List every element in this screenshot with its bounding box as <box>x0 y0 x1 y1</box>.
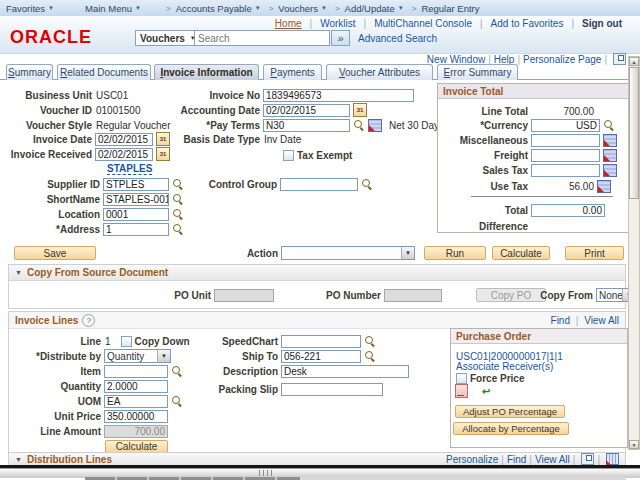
add-to-favorites-link[interactable]: Add to Favorites <box>491 18 564 29</box>
calculate-button[interactable]: Calculate <box>492 246 550 260</box>
sign-out-link[interactable]: Sign out <box>582 18 622 29</box>
separator: | <box>604 54 607 65</box>
address-field[interactable]: 1 <box>103 223 169 236</box>
ship-to-field[interactable]: 056-221 <box>281 350 361 363</box>
tab-voucher-attributes[interactable]: Voucher Attributes <box>326 64 433 80</box>
miscellaneous-detail-icon[interactable] <box>603 134 617 147</box>
speedchart-field[interactable] <box>281 335 361 348</box>
line-amount-field: 700.00 <box>104 425 168 438</box>
lookup-icon[interactable] <box>171 395 183 407</box>
scrollbar-thumb[interactable] <box>629 67 639 199</box>
distribute-by-select[interactable]: Quantity▼ <box>104 349 171 363</box>
find-link[interactable]: Find <box>507 454 526 465</box>
copy-from-header[interactable]: ▼ Copy From Source Document <box>9 265 625 281</box>
sales-tax-detail-icon[interactable] <box>603 164 617 177</box>
shortname-field[interactable]: STAPLES-001 <box>103 193 169 206</box>
crumb-add-update[interactable]: Add/Update ▼ <box>345 3 407 14</box>
adjust-po-percentage-button[interactable]: Adjust PO Percentage <box>455 405 565 418</box>
freight-detail-icon[interactable] <box>603 149 617 162</box>
pay-terms-detail-icon[interactable] <box>368 119 382 132</box>
sales-tax-field[interactable] <box>531 164 600 177</box>
search-scope-dropdown[interactable]: Vouchers ▼ <box>135 30 201 46</box>
new-window-link[interactable]: New Window <box>427 54 485 65</box>
allocate-by-percentage-button[interactable]: Allocate by Percentage <box>453 422 569 435</box>
separator: | <box>364 18 367 29</box>
multichannel-console-link[interactable]: MultiChannel Console <box>374 18 472 29</box>
scrollbar-grip[interactable] <box>259 470 272 476</box>
lookup-icon[interactable] <box>353 119 365 131</box>
lookup-icon[interactable] <box>172 208 184 220</box>
personalize-page-link[interactable]: Personalize Page <box>523 54 601 65</box>
quantity-field[interactable]: 2.0000 <box>104 380 168 393</box>
miscellaneous-field[interactable] <box>531 134 600 147</box>
view-all-link[interactable]: View All <box>535 454 570 465</box>
page-layout-icon[interactable] <box>613 53 626 65</box>
collapse-icon[interactable]: ▼ <box>15 456 22 463</box>
separator: | <box>488 54 491 65</box>
pay-terms-field[interactable]: N30 <box>263 119 350 132</box>
associate-receivers-link[interactable]: Associate Receiver(s) <box>456 361 553 372</box>
invoice-received-field[interactable]: 02/02/2015 <box>95 148 153 161</box>
distribute-by-label: *Distribute by <box>11 351 101 362</box>
lookup-icon[interactable] <box>172 223 184 235</box>
download-grid-icon[interactable] <box>606 453 619 465</box>
tax-exempt-checkbox[interactable] <box>283 150 294 161</box>
lookup-icon[interactable] <box>361 178 373 190</box>
collapse-icon[interactable]: ▼ <box>15 269 22 276</box>
calendar-icon[interactable]: 31 <box>156 147 170 161</box>
tab-invoice-information[interactable]: Invoice Information <box>154 64 259 80</box>
personalize-link[interactable]: Personalize <box>446 454 498 465</box>
unit-price-field[interactable]: 350.00000 <box>104 410 168 423</box>
tab-summary[interactable]: Summary <box>6 64 53 80</box>
view-all-link[interactable]: View All <box>584 315 619 326</box>
crumb-separator: > <box>412 4 417 13</box>
packing-slip-field[interactable] <box>281 383 383 396</box>
crumb-vouchers[interactable]: Vouchers ▼ <box>278 3 330 14</box>
invoice-date-field[interactable]: 02/02/2015 <box>95 133 153 146</box>
worklist-link[interactable]: Worklist <box>320 18 355 29</box>
invoice-no-field[interactable]: 1839496573 <box>263 89 414 102</box>
advanced-search-link[interactable]: Advanced Search <box>358 33 437 44</box>
save-button[interactable]: Save <box>14 246 96 260</box>
find-link[interactable]: Find <box>551 315 570 326</box>
currency-field[interactable]: USD <box>531 119 600 132</box>
copy-down-checkbox[interactable] <box>121 336 132 347</box>
scroll-down-button[interactable]: ▼ <box>629 440 639 449</box>
location-field[interactable]: 0001 <box>103 208 169 221</box>
lookup-icon[interactable] <box>603 119 615 131</box>
search-submit-button[interactable]: » <box>331 30 350 46</box>
tab-payments[interactable]: Payments <box>263 64 322 80</box>
tab-related-documents[interactable]: Related Documents <box>57 64 151 80</box>
vertical-scrollbar[interactable]: ▲ ▼ <box>628 56 640 450</box>
accounting-date-field[interactable]: 02/02/2015 <box>263 104 350 117</box>
supplier-name-link[interactable]: STAPLES <box>107 163 152 175</box>
zoom-grid-icon[interactable] <box>581 453 594 465</box>
control-group-field[interactable] <box>280 178 358 191</box>
run-button[interactable]: Run <box>424 246 486 260</box>
lookup-icon[interactable] <box>172 193 184 205</box>
uom-field[interactable]: EA <box>104 395 168 408</box>
calendar-icon[interactable]: 31 <box>353 103 367 117</box>
total-field[interactable]: 0.00 <box>531 204 605 217</box>
scroll-up-button[interactable]: ▲ <box>629 57 639 66</box>
use-tax-detail-icon[interactable] <box>597 180 611 193</box>
description-field[interactable]: Desk <box>281 365 409 378</box>
search-input[interactable] <box>194 30 330 46</box>
lookup-icon[interactable] <box>364 335 376 347</box>
home-link[interactable]: Home <box>275 18 302 29</box>
tab-error-summary[interactable]: Error Summary <box>437 64 518 80</box>
help-link[interactable]: Help <box>494 54 515 65</box>
crumb-regular-entry[interactable]: Regular Entry <box>421 3 479 14</box>
undo-finalize-icon[interactable]: ↩ <box>482 386 490 397</box>
crumb-accounts-payable[interactable]: Accounts Payable ▼ <box>176 3 264 14</box>
print-button[interactable]: Print <box>565 246 624 260</box>
finalize-document-icon[interactable] <box>455 384 468 398</box>
force-price-checkbox[interactable] <box>456 373 467 384</box>
freight-field[interactable] <box>531 149 600 162</box>
help-icon[interactable]: ? <box>82 314 95 327</box>
favorites-menu[interactable]: Favorites ▼ <box>6 3 57 14</box>
action-select[interactable]: ▼ <box>281 246 415 260</box>
main-menu[interactable]: Main Menu ▼ <box>85 3 144 14</box>
lookup-icon[interactable] <box>364 350 376 362</box>
item-field[interactable] <box>104 365 168 378</box>
